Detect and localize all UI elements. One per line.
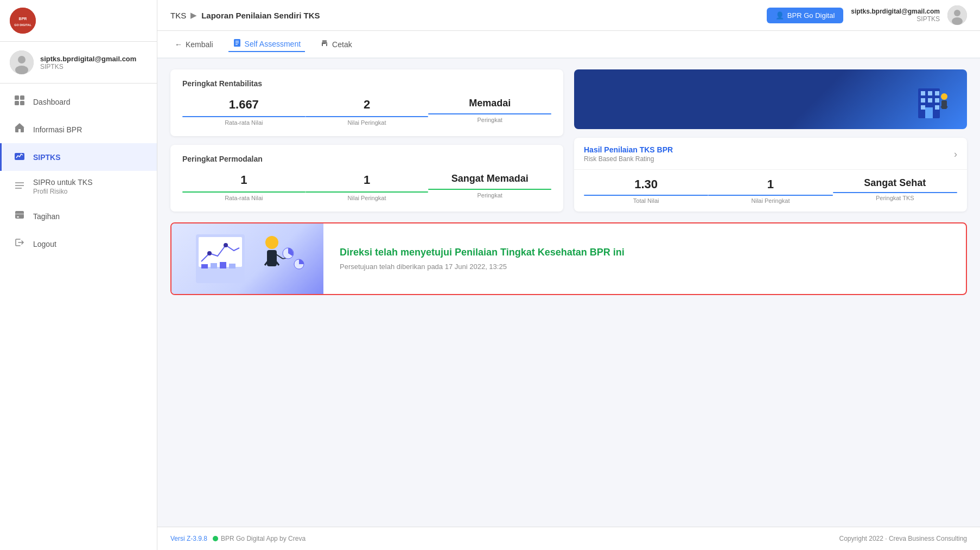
tks-status-metric: Sangat Sehat Peringkat TKS [833,177,957,204]
logo-icon: BPR GO DIGITAL [10,8,36,34]
rentabilitas-peringkat-value: Memadai [428,98,551,109]
rentabilitas-peringkat-divider [428,113,551,114]
highlight-title: Direksi telah menyetujui Penilaian Tingk… [340,247,950,258]
rentabilitas-title: Peringkat Rentabilitas [182,79,551,88]
svg-marker-11 [15,123,24,127]
rentabilitas-rata-metric: 1.667 Rata-rata Nilai [182,98,306,126]
svg-point-48 [224,243,228,247]
svg-rect-50 [211,263,217,268]
siptks-icon [14,150,26,164]
tks-banner [574,69,967,129]
sipro-label: SIPRo untuk TKS [33,178,92,187]
permodalan-peringkat-value: Sangat Memadai [428,173,551,184]
svg-rect-42 [941,100,947,109]
svg-point-41 [941,93,947,100]
tks-total-value: 1.30 [584,177,708,191]
permodalan-rata-divider [182,191,306,193]
cetak-button[interactable]: Cetak [316,37,357,52]
dashboard-icon [14,95,26,108]
permodalan-rata-label: Rata-rata Nilai [182,195,306,201]
tagihan-icon [14,209,26,223]
sipro-icon [14,180,26,194]
content-area: Peringkat Rentabilitas 1.667 Rata-rata N… [157,59,980,527]
tks-result-subtitle: Risk Based Bank Rating [584,155,673,163]
sidebar-user: siptks.bprdigital@gmail.com SIPTKS [0,42,157,84]
permodalan-title: Peringkat Permodalan [182,155,551,163]
action-bar: ← Kembali Self Assessment [157,31,980,59]
chevron-right-icon: › [954,149,957,160]
sidebar-item-dashboard[interactable]: Dashboard [0,88,157,116]
svg-rect-52 [229,264,236,268]
siptks-label: SIPTKS [33,153,61,162]
highlight-illustration [171,223,323,294]
print-icon [320,39,329,49]
sidebar: BPR GO DIGITAL siptks.bprdigital@gmail.c… [0,0,157,550]
sidebar-role: SIPTKS [40,63,136,71]
self-assessment-button[interactable]: Self Assessment [228,36,306,52]
svg-rect-39 [935,105,939,110]
user-icon-btn: 👤 [775,11,784,20]
highlight-banner: Direksi telah menyetujui Penilaian Tingk… [170,222,967,295]
tagihan-label: Tagihan [33,212,60,221]
svg-rect-54 [267,250,277,266]
main-content: TKS ▶ Laporan Penilaian Sendiri TKS 👤 BP… [157,0,980,550]
svg-rect-6 [15,95,19,100]
sidebar-item-informasi-bpr[interactable]: Informasi BPR [0,116,157,143]
tks-result-card: Hasil Penilaian TKS BPR Risk Based Bank … [574,138,967,212]
left-col: Peringkat Rentabilitas 1.667 Rata-rata N… [170,69,563,212]
tks-total-label: Total Nilai [584,197,708,204]
top-header: TKS ▶ Laporan Penilaian Sendiri TKS 👤 BP… [157,0,980,31]
rentabilitas-nilai-metric: 2 Nilai Peringkat [306,98,429,126]
svg-point-0 [10,8,36,34]
tks-status-line [833,192,957,193]
permodalan-peringkat-metric: Sangat Memadai Peringkat [428,173,551,199]
svg-text:GO DIGITAL: GO DIGITAL [14,23,31,27]
permodalan-rata-value: 1 [182,173,306,187]
bpr-go-digital-button[interactable]: 👤 BPR Go Digital [767,8,843,23]
permodalan-card: Peringkat Permodalan 1 Rata-rata Nilai 1… [170,145,563,212]
sidebar-item-tagihan[interactable]: Tagihan [0,202,157,230]
header-user-info: siptks.bprdigital@gmail.com SIPTKS [851,8,940,23]
avatar [10,50,34,74]
footer-app: BPR Go Digital App by Creva [213,535,306,542]
informasi-bpr-label: Informasi BPR [33,125,82,134]
permodalan-peringkat-label: Peringkat [428,192,551,199]
svg-rect-51 [220,262,226,268]
bank-icon [14,123,26,136]
tks-peringkat-label: Nilai Peringkat [708,197,832,204]
svg-rect-33 [928,91,932,95]
sidebar-item-logout[interactable]: Logout [0,230,157,258]
green-dot-icon [213,536,218,541]
permodalan-rata-metric: 1 Rata-rata Nilai [182,173,306,201]
document-icon [233,39,241,49]
svg-point-53 [265,236,278,249]
permodalan-metrics: 1 Rata-rata Nilai 1 Nilai Peringkat Sang… [182,173,551,201]
permodalan-nilai-metric: 1 Nilai Peringkat [306,173,429,201]
breadcrumb-arrow: ▶ [190,10,197,20]
kembali-button[interactable]: ← Kembali [170,38,218,51]
sidebar-item-sipro[interactable]: SIPRo untuk TKS Profil Risiko [0,171,157,202]
sidebar-email: siptks.bprdigital@gmail.com [40,55,136,63]
sidebar-nav: Dashboard Informasi BPR SIPTKS [0,84,157,550]
svg-rect-7 [20,95,24,100]
header-right: 👤 BPR Go Digital siptks.bprdigital@gmail… [767,5,967,25]
sidebar-logo: BPR GO DIGITAL [0,0,157,42]
svg-point-21 [954,10,960,16]
breadcrumb-root: TKS [170,11,186,20]
svg-point-5 [15,66,28,74]
svg-rect-9 [20,101,24,105]
tks-metrics: 1.30 Total Nilai 1 Nilai Peringkat Sanga… [574,170,967,212]
permodalan-nilai-divider [306,191,429,193]
highlight-text: Direksi telah menyetujui Penilaian Tingk… [323,234,966,284]
svg-text:BPR: BPR [19,17,27,21]
tks-result-header[interactable]: Hasil Penilaian TKS BPR Risk Based Bank … [574,138,967,170]
svg-rect-12 [18,129,21,132]
svg-rect-18 [15,213,24,215]
svg-point-47 [207,251,212,255]
svg-rect-34 [935,91,939,95]
svg-rect-28 [322,40,327,43]
sidebar-item-siptks[interactable]: SIPTKS [0,143,157,171]
rentabilitas-nilai-value: 2 [306,98,429,112]
sipro-block: SIPRo untuk TKS Profil Risiko [33,178,92,195]
rentabilitas-peringkat-label: Peringkat [428,117,551,123]
